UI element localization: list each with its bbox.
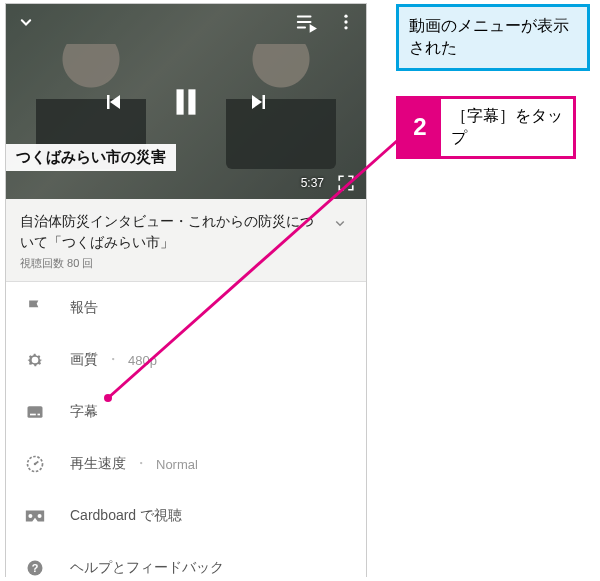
step-text: ［字幕］をタップ [441,99,573,156]
svg-point-13 [38,514,42,518]
previous-icon[interactable] [102,90,126,114]
svg-rect-7 [28,406,43,418]
callout-step: 2 ［字幕］をタップ [396,96,576,159]
options-menu: 報告 画質 ・ 480p 字幕 再生速度 ・ [6,282,366,581]
svg-point-12 [28,514,32,518]
video-timestamp: 5:37 [301,176,324,190]
svg-text:?: ? [32,562,39,574]
playlist-icon[interactable] [294,10,318,34]
menu-item-speed[interactable]: 再生速度 ・ Normal [6,438,366,490]
menu-label: ヘルプとフィードバック [70,559,224,577]
menu-label: Cardboard で視聴 [70,507,182,525]
separator-dot: ・ [134,455,148,473]
svg-rect-9 [38,414,41,416]
speed-icon [24,453,46,475]
video-title: 自治体防災インタビュー・これからの防災について「つくばみらい市」 [20,211,320,253]
gear-icon [24,349,46,371]
svg-point-2 [344,26,347,29]
menu-item-quality[interactable]: 画質 ・ 480p [6,334,366,386]
chapter-banner: つくばみらい市の災害 [6,144,176,171]
fullscreen-icon[interactable] [334,171,358,195]
next-icon[interactable] [246,90,270,114]
flag-icon [24,297,46,319]
menu-label: 画質 [70,351,98,369]
view-count: 視聴回数 80 回 [20,256,352,271]
svg-rect-8 [30,414,36,416]
svg-point-1 [344,20,347,23]
expand-description-icon[interactable] [328,211,352,235]
menu-item-help[interactable]: ? ヘルプとフィードバック [6,542,366,581]
separator-dot: ・ [106,351,120,369]
video-meta: 自治体防災インタビュー・これからの防災について「つくばみらい市」 視聴回数 80… [6,199,366,282]
step-number: 2 [399,99,441,156]
menu-item-captions[interactable]: 字幕 [6,386,366,438]
help-icon: ? [24,557,46,579]
menu-item-cardboard[interactable]: Cardboard で視聴 [6,490,366,542]
pause-icon[interactable] [166,82,206,122]
menu-label: 再生速度 [70,455,126,473]
video-player[interactable]: つくばみらい市の災害 5:37 [6,4,366,199]
menu-value: Normal [156,457,198,472]
cardboard-icon [24,505,46,527]
more-icon[interactable] [334,10,358,34]
menu-item-report[interactable]: 報告 [6,282,366,334]
svg-rect-4 [177,89,184,114]
svg-point-11 [34,463,37,466]
svg-rect-6 [263,95,266,109]
menu-label: 報告 [70,299,98,317]
captions-icon [24,401,46,423]
collapse-icon[interactable] [14,10,38,34]
menu-value: 480p [128,353,157,368]
svg-rect-5 [188,89,195,114]
phone-frame: つくばみらい市の災害 5:37 自治体防災インタビュー・これからの防災について「… [6,4,366,576]
menu-label: 字幕 [70,403,98,421]
callout-info: 動画のメニューが表示された [396,4,590,71]
svg-rect-3 [107,95,110,109]
svg-point-0 [344,15,347,18]
